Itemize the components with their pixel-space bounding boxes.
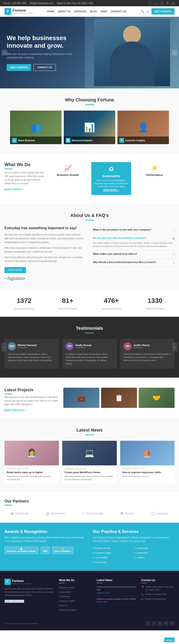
footer-social-linkedin[interactable]: in [164, 621, 168, 626]
cart-icon[interactable]: 🛒 [146, 10, 150, 13]
partner-company[interactable]: ⬡ Company [151, 511, 168, 516]
partner-conversion[interactable]: ◎ Conversion [46, 511, 65, 516]
faq-item-3[interactable]: What makes you special from others? › [93, 250, 174, 258]
footer-what-item-5[interactable]: About Us [59, 604, 92, 607]
social-linkedin[interactable]: in [166, 1, 170, 5]
social-twitter[interactable]: t [154, 1, 158, 5]
feature-card-1[interactable]: 👥 🏢 About Business [10, 110, 62, 144]
faq-item-2[interactable]: Do you give any offer for premium custom… [93, 234, 174, 250]
news-title-3: How to improve employees skills [122, 471, 172, 474]
service-item-1: Business Growth [93, 546, 133, 550]
footer-what-list: Business Growth Sustainability Performan… [59, 586, 92, 611]
meet-experts-button[interactable]: Meet Experts [7, 64, 31, 71]
know-more-button[interactable]: Know More [4, 267, 26, 273]
footer-social-google[interactable]: g [170, 621, 174, 626]
partner-digitalside[interactable]: ◆ Digitalside [11, 511, 29, 516]
nav-about[interactable]: About Us [58, 10, 71, 13]
feature-card-2[interactable]: 📊 📈 Advanced Analytics [64, 110, 115, 144]
footer-more-link[interactable]: More About Us > [4, 600, 24, 603]
contact-phone-text: Phone: +123-456-7890 [146, 593, 166, 596]
testimonials-nav-left[interactable]: ‹ [1, 343, 6, 352]
nav-services[interactable]: Services [74, 10, 86, 13]
growth-title: Business Growth [49, 174, 87, 176]
hero-nav-left[interactable]: ‹ [2, 50, 7, 55]
footer-what-item-3[interactable]: Performance [59, 594, 92, 598]
footer-what-item-4[interactable]: Customer Insights [59, 599, 92, 602]
footer-social-twitter[interactable]: t [152, 621, 156, 626]
faq-section: What is the procedure to join with your … [93, 226, 174, 281]
why-section: Why Choosing Fortune 👥 🏢 About Business … [0, 88, 179, 153]
news-card-1[interactable]: 👩‍💼 by Reichner | April 25, 2017 Retail … [4, 441, 59, 483]
stat-divider-1 [21, 306, 28, 306]
read-more-sustainability[interactable]: Read More > [103, 189, 119, 192]
news-section: Latest News 👩‍💼 by Reichner | April 25, … [0, 418, 179, 492]
digitalside-icon: ◆ [11, 511, 14, 516]
feature-cards: 👥 🏢 About Business 📊 📈 Advanced Analytic… [4, 110, 174, 144]
footer-logo[interactable]: F Fortune Make Business Decision [4, 579, 54, 585]
service-item-3: Customer Insights [93, 551, 133, 555]
faq-item-1[interactable]: What is the procedure to join with your … [93, 226, 174, 234]
footer-news-title-1[interactable]: Fortune to improve your business Fortune… [97, 586, 137, 591]
faq-item-4[interactable]: Why Would a Successful Entrepreneur Hire… [93, 258, 174, 267]
projects-layout: Latest Projects We have done more than 5… [4, 388, 174, 412]
footer-news-date-2: May 14, 2017 [97, 601, 137, 603]
feature-card-label-1: 🏢 About Business [10, 136, 62, 144]
nav-blog[interactable]: Blog [90, 10, 97, 13]
footer-contact-phone[interactable]: 📞 Phone: +123-456-7890 [141, 593, 174, 596]
faq-chevron-3: › [174, 252, 174, 256]
footer-news-item-1[interactable]: Fortune to improve your business Fortune… [97, 586, 137, 596]
footer-news-title: Latest News [97, 579, 137, 583]
footer-what-item-6[interactable]: Advanced Analytics [59, 608, 92, 611]
project-img-1[interactable]: 💼 [63, 388, 99, 408]
footer-what-item-1[interactable]: Business Growth [59, 586, 92, 589]
faq-chevron-1: › [174, 228, 174, 232]
awards-grid: Awards & Recognition We're delighted and… [4, 530, 174, 564]
partner-home-energy[interactable]: ⌂ Home Energy [82, 511, 103, 516]
feature-card-3[interactable]: 👤 💡 Customer Insights [118, 110, 169, 144]
social-google[interactable]: g+ [172, 1, 176, 5]
stats-grid: 1372 Successful Projects 81+ Successful … [4, 297, 174, 310]
footer-social-facebook[interactable]: f [146, 621, 150, 626]
logo[interactable]: F Fortune Make Business Decisions [4, 8, 33, 15]
footer-social: f t p in g [146, 621, 174, 626]
footer: F Fortune Make Business Decision We has … [0, 571, 179, 630]
get-quote-button[interactable]: Get A Quote [152, 8, 174, 14]
nav-home[interactable]: Home [47, 10, 54, 13]
more-service-link[interactable]: More Service > [4, 188, 24, 191]
news-card-2[interactable]: 💻 by Reichner | April 25, 2017 Create gr… [62, 441, 116, 483]
footer-social-pinterest[interactable]: p [158, 621, 162, 626]
footer-contact-col: Contact Us 📍 14438 Apple House, New York… [141, 579, 174, 612]
testimonials-nav-right[interactable]: › [172, 343, 178, 352]
faq-question-4[interactable]: Why Would a Successful Entrepreneur Hire… [93, 261, 174, 264]
awards-title: Awards & Recognition [4, 530, 86, 534]
social-facebook[interactable]: f [148, 1, 152, 5]
more-projects-link[interactable]: More Projects > [4, 409, 26, 412]
nav-contact[interactable]: Contact Us [110, 10, 126, 13]
nav-shop[interactable]: Shop [100, 10, 107, 13]
news-meta-1: by Reichner | April 25, 2017 [7, 468, 56, 470]
footer-news-item-2[interactable]: Fortune to provide support services Fort… [97, 598, 137, 605]
project-img-3[interactable]: 🤝 [139, 388, 174, 408]
badge-icon-2: 🏅 [43, 548, 48, 550]
social-pinterest[interactable]: p [160, 1, 164, 5]
news-img-2: 💻 [62, 441, 116, 465]
top-bar-email[interactable]: Mail@Fortuneteam.com [30, 2, 54, 4]
contact-us-hero-button[interactable]: Contact Us [33, 64, 56, 71]
sustainability-desc: When it comes to sustainability & Corpor… [94, 179, 129, 188]
hero-buttons: Meet Experts Contact Us [7, 64, 78, 71]
project-img-2[interactable]: 📋 [101, 388, 137, 408]
faq-question-1[interactable]: What is the procedure to join with your … [93, 228, 174, 232]
service-item-5: Accountability [93, 556, 133, 560]
hero-nav-right[interactable]: › [172, 50, 177, 55]
footer-contact-email[interactable]: ✉ Mail@Fortuneteam.com [141, 598, 174, 601]
search-icon[interactable]: 🔍 [141, 10, 144, 13]
faq-question-2[interactable]: Do you give any offer for premium custom… [93, 236, 174, 240]
faq-question-3[interactable]: What makes you special from others? › [93, 252, 174, 256]
top-bar-phone: Phone: +123-456-7890 [3, 2, 26, 4]
testimonial-author-2: RR Really Russel Fortuneam [66, 342, 113, 350]
footer-news-title-2[interactable]: Fortune to provide support services Fort… [97, 598, 137, 600]
news-card-3[interactable]: ⛵ by Reichner | April 25, 2017 How to im… [120, 441, 174, 483]
stat-2: 81+ Successful Projects [48, 297, 87, 310]
partner-vivanta[interactable]: ❋ Vivanta [120, 511, 134, 516]
footer-what-item-2[interactable]: Sustainability [59, 590, 92, 594]
